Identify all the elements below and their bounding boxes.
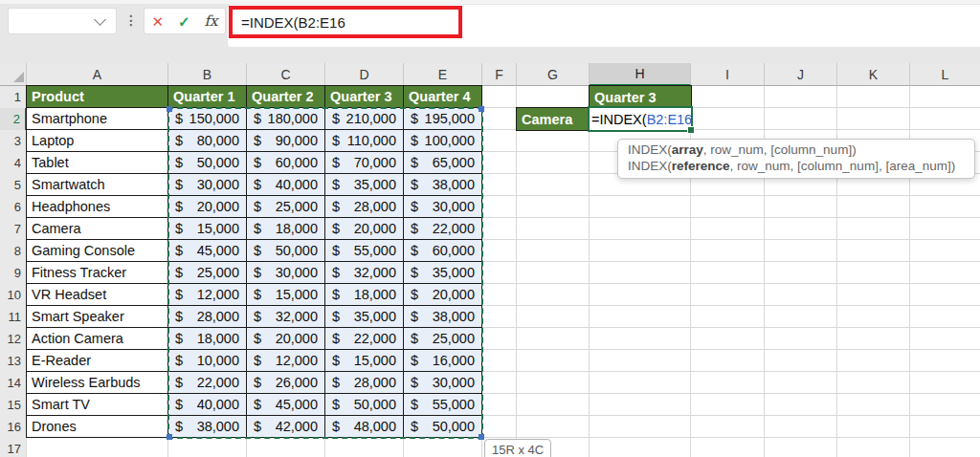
column-header-K[interactable]: K (837, 63, 910, 86)
product-cell[interactable]: Action Camera (27, 328, 168, 350)
column-header-E[interactable]: E (404, 63, 482, 86)
row-header-9[interactable]: 9 (0, 262, 27, 284)
value-cell[interactable]: $12,000 (247, 350, 325, 372)
value-cell[interactable]: $48,000 (325, 416, 404, 438)
table-header-cell[interactable]: Quarter 1 (168, 86, 247, 108)
more-options-icon[interactable]: ⋮ (125, 8, 137, 33)
table-header-cell[interactable]: Quarter 4 (404, 86, 482, 108)
row-header-8[interactable]: 8 (0, 240, 27, 262)
value-cell[interactable]: $80,000 (168, 130, 247, 152)
value-cell[interactable]: $110,000 (325, 130, 404, 152)
value-cell[interactable]: $32,000 (247, 306, 325, 328)
value-cell[interactable]: $180,000 (247, 108, 325, 130)
value-cell[interactable]: $20,000 (325, 218, 404, 240)
value-cell[interactable]: $18,000 (168, 328, 247, 350)
formula-bar[interactable]: =INDEX(B2:E16 (228, 5, 980, 47)
product-cell[interactable]: Smart Speaker (27, 306, 168, 328)
enter-icon[interactable]: ✓ (178, 14, 190, 29)
value-cell[interactable]: $15,000 (325, 350, 404, 372)
row-header-13[interactable]: 13 (0, 350, 27, 372)
cell-G2-criteria[interactable]: Camera (516, 107, 590, 131)
value-cell[interactable]: $38,000 (168, 416, 247, 438)
column-header-D[interactable]: D (325, 63, 404, 86)
value-cell[interactable]: $26,000 (247, 372, 325, 394)
value-cell[interactable]: $30,000 (404, 196, 482, 218)
value-cell[interactable]: $32,000 (325, 262, 404, 284)
value-cell[interactable]: $42,000 (247, 416, 325, 438)
value-cell[interactable]: $35,000 (404, 262, 482, 284)
column-header-G[interactable]: G (517, 63, 590, 86)
value-cell[interactable]: $25,000 (168, 262, 247, 284)
row-header-7[interactable]: 7 (0, 218, 27, 240)
value-cell[interactable]: $38,000 (404, 174, 482, 196)
product-cell[interactable]: Tablet (27, 152, 168, 174)
product-cell[interactable]: E-Reader (27, 350, 168, 372)
value-cell[interactable]: $16,000 (404, 350, 482, 372)
value-cell[interactable]: $10,000 (168, 350, 247, 372)
value-cell[interactable]: $30,000 (247, 262, 325, 284)
value-cell[interactable]: $35,000 (325, 174, 404, 196)
value-cell[interactable]: $28,000 (325, 372, 404, 394)
value-cell[interactable]: $50,000 (325, 394, 404, 416)
value-cell[interactable]: $50,000 (168, 152, 247, 174)
row-header-10[interactable]: 10 (0, 284, 27, 306)
row-header-14[interactable]: 14 (0, 372, 27, 394)
value-cell[interactable]: $50,000 (404, 416, 482, 438)
product-cell[interactable]: VR Headset (27, 284, 168, 306)
value-cell[interactable]: $100,000 (404, 130, 482, 152)
table-header-cell[interactable]: Product (27, 86, 168, 108)
value-cell[interactable]: $28,000 (168, 306, 247, 328)
cancel-icon[interactable]: ✕ (151, 14, 164, 29)
product-cell[interactable]: Smart TV (27, 394, 168, 416)
column-header-B[interactable]: B (168, 63, 247, 86)
value-cell[interactable]: $60,000 (404, 240, 482, 262)
value-cell[interactable]: $15,000 (247, 284, 325, 306)
column-header-L[interactable]: L (910, 63, 980, 86)
row-header-1[interactable]: 1 (0, 86, 27, 108)
row-header-12[interactable]: 12 (0, 328, 27, 350)
product-cell[interactable]: Headphones (27, 196, 168, 218)
value-cell[interactable]: $65,000 (404, 152, 482, 174)
column-header-I[interactable]: I (691, 63, 765, 86)
value-cell[interactable]: $20,000 (247, 328, 325, 350)
row-header-2[interactable]: 2 (0, 108, 27, 130)
value-cell[interactable]: $60,000 (247, 152, 325, 174)
value-cell[interactable]: $20,000 (404, 284, 482, 306)
value-cell[interactable]: $22,000 (325, 328, 404, 350)
column-header-J[interactable]: J (765, 63, 837, 86)
value-cell[interactable]: $45,000 (168, 240, 247, 262)
insert-function-icon[interactable]: fx (205, 14, 218, 29)
column-header-A[interactable]: A (27, 63, 168, 86)
product-cell[interactable]: Wireless Earbuds (27, 372, 168, 394)
select-all-corner[interactable] (0, 63, 27, 86)
fill-handle[interactable] (687, 126, 695, 134)
value-cell[interactable]: $30,000 (168, 174, 247, 196)
name-box[interactable] (8, 8, 117, 34)
value-cell[interactable]: $22,000 (404, 218, 482, 240)
value-cell[interactable]: $55,000 (325, 240, 404, 262)
value-cell[interactable]: $40,000 (168, 394, 247, 416)
value-cell[interactable]: $25,000 (404, 328, 482, 350)
value-cell[interactable]: $38,000 (404, 306, 482, 328)
value-cell[interactable]: $20,000 (168, 196, 247, 218)
product-cell[interactable]: Fitness Tracker (27, 262, 168, 284)
table-header-cell[interactable]: Quarter 2 (247, 86, 325, 108)
value-cell[interactable]: $30,000 (404, 372, 482, 394)
product-cell[interactable]: Drones (27, 416, 168, 438)
table-header-cell[interactable]: Quarter 3 (325, 86, 404, 108)
value-cell[interactable]: $22,000 (168, 372, 247, 394)
value-cell[interactable]: $18,000 (247, 218, 325, 240)
product-cell[interactable]: Smartphone (27, 108, 168, 130)
value-cell[interactable]: $195,000 (404, 108, 482, 130)
row-header-6[interactable]: 6 (0, 196, 27, 218)
value-cell[interactable]: $25,000 (247, 196, 325, 218)
value-cell[interactable]: $45,000 (247, 394, 325, 416)
row-header-5[interactable]: 5 (0, 174, 27, 196)
value-cell[interactable]: $70,000 (325, 152, 404, 174)
value-cell[interactable]: $90,000 (247, 130, 325, 152)
row-header-16[interactable]: 16 (0, 416, 27, 438)
row-header-17[interactable]: 17 (0, 438, 27, 457)
value-cell[interactable]: $18,000 (325, 284, 404, 306)
row-header-11[interactable]: 11 (0, 306, 27, 328)
column-header-F[interactable]: F (482, 63, 517, 86)
